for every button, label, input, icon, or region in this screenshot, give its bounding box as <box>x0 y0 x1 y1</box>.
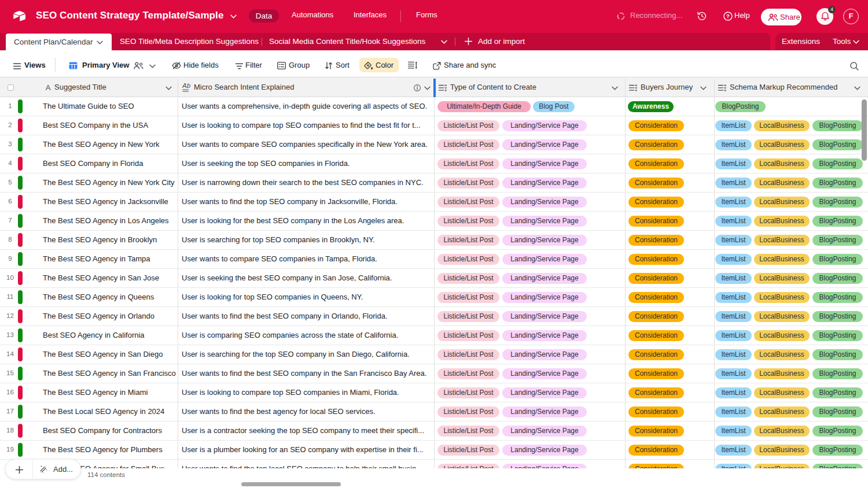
svg-text:A: A <box>46 83 51 91</box>
svg-text:Ab: Ab <box>182 82 191 89</box>
svg-text:?: ? <box>726 13 730 19</box>
